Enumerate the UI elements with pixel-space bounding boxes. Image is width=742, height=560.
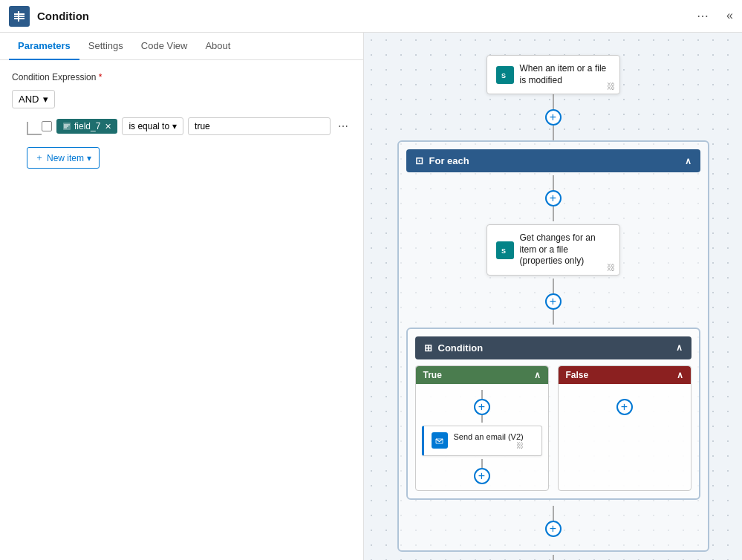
inner-line-4 bbox=[553, 310, 554, 325]
branches: True ∧ + bbox=[415, 365, 691, 491]
row-more-icon[interactable]: ⋯ bbox=[335, 120, 351, 132]
false-branch: False ∧ + bbox=[558, 365, 691, 491]
foreach-header[interactable]: ⊡ For each ∧ bbox=[406, 149, 700, 172]
plus-icon: ＋ bbox=[35, 152, 44, 164]
condition-flow-header[interactable]: ⊞ Condition ∧ bbox=[415, 336, 691, 359]
sharepoint-icon-2: S bbox=[500, 245, 510, 255]
condition-flow-icon: ⊞ bbox=[424, 342, 432, 354]
panel-content: Condition Expression AND ▾ bbox=[0, 60, 363, 180]
email-link-icon: ⛓ bbox=[454, 441, 524, 449]
false-branch-content: + bbox=[559, 384, 691, 430]
final-line bbox=[553, 555, 554, 560]
chevron-down-icon: ▾ bbox=[43, 94, 48, 105]
final-connector: + bbox=[545, 555, 562, 560]
condition-row-wrapper: field_7 ✕ is equal to ▾ ⋯ bbox=[27, 117, 351, 141]
tab-parameters[interactable]: Parameters bbox=[9, 33, 79, 60]
more-icon[interactable]: ⋯ bbox=[697, 9, 710, 23]
flow-canvas: S When an item or a file is modified ⛓ +… bbox=[364, 33, 742, 560]
condition-flow-label: Condition bbox=[438, 342, 484, 354]
foreach-bottom-line bbox=[553, 506, 554, 521]
field-tag: field_7 ✕ bbox=[56, 119, 117, 134]
add-step-false[interactable]: + bbox=[616, 399, 633, 415]
true-label: True bbox=[423, 370, 442, 380]
svg-rect-3 bbox=[18, 11, 19, 22]
get-changes-icon: S bbox=[496, 241, 514, 259]
main-layout: Parameters Settings Code View About Cond… bbox=[0, 33, 742, 560]
trigger-text: When an item or a file is modified bbox=[520, 63, 611, 86]
inner-line-3 bbox=[553, 279, 554, 293]
sharepoint-icon: S bbox=[500, 70, 510, 80]
field-tag-icon bbox=[62, 122, 71, 131]
new-item-wrapper: ＋ New item ▾ bbox=[12, 147, 351, 169]
true-chevron[interactable]: ∧ bbox=[534, 370, 541, 380]
condition-value-input[interactable] bbox=[188, 117, 331, 135]
true-bottom-connector: + bbox=[474, 459, 490, 484]
tab-about[interactable]: About bbox=[196, 33, 239, 60]
inner-connector-1: + bbox=[406, 175, 700, 221]
operator-label: is equal to bbox=[128, 121, 169, 131]
condition-expression-label: Condition Expression bbox=[12, 72, 351, 82]
outlook-icon bbox=[435, 436, 444, 446]
email-text: Send an email (V2) bbox=[454, 432, 524, 441]
header: Condition ⋯ « bbox=[0, 0, 742, 33]
connector-line-v2 bbox=[553, 126, 554, 140]
false-chevron[interactable]: ∧ bbox=[677, 370, 683, 380]
foreach-container: ⊡ For each ∧ + bbox=[397, 140, 709, 552]
foreach-collapse-icon[interactable]: ∧ bbox=[685, 156, 691, 166]
true-branch-header: True ∧ bbox=[416, 366, 548, 384]
trigger-link-icon: ⛓ bbox=[607, 82, 615, 91]
condition-icon bbox=[9, 6, 30, 27]
email-node[interactable]: Send an email (V2) ⛓ bbox=[422, 426, 542, 456]
true-connector: + bbox=[474, 390, 490, 423]
get-changes-text: Get changes for an item or a file (prope… bbox=[520, 232, 611, 267]
trigger-icon: S bbox=[496, 66, 514, 84]
condition-collapse-icon[interactable]: ∧ bbox=[676, 342, 683, 353]
add-step-true-bottom[interactable]: + bbox=[474, 468, 490, 484]
get-changes-link-icon: ⛓ bbox=[607, 263, 615, 272]
true-bottom-line bbox=[481, 459, 483, 468]
inner-connector-2: + bbox=[406, 279, 700, 325]
condition-row-1: field_7 ✕ is equal to ▾ ⋯ bbox=[42, 117, 351, 135]
new-item-button[interactable]: ＋ New item ▾ bbox=[27, 147, 100, 169]
condition-header-left: ⊞ Condition bbox=[424, 342, 484, 354]
condition-checkbox[interactable] bbox=[42, 121, 52, 131]
trigger-node[interactable]: S When an item or a file is modified ⛓ bbox=[486, 55, 620, 94]
add-step-inner-2[interactable]: + bbox=[545, 293, 562, 310]
true-branch-content: + bbox=[416, 384, 548, 490]
tab-bar: Parameters Settings Code View About bbox=[0, 33, 363, 60]
svg-text:S: S bbox=[501, 72, 506, 79]
collapse-icon[interactable]: « bbox=[726, 9, 733, 23]
header-left: Condition bbox=[9, 6, 89, 27]
false-label: False bbox=[566, 370, 589, 380]
operator-select[interactable]: is equal to ▾ bbox=[122, 117, 183, 135]
operator-chevron: ▾ bbox=[172, 121, 177, 131]
svg-text:S: S bbox=[501, 247, 506, 255]
and-label: AND bbox=[19, 94, 39, 105]
true-branch: True ∧ + bbox=[415, 365, 549, 491]
connector-1: + bbox=[545, 94, 562, 140]
get-changes-node[interactable]: S Get changes for an item or a file (pro… bbox=[486, 224, 620, 276]
tab-settings[interactable]: Settings bbox=[79, 33, 132, 60]
add-step-inner-1[interactable]: + bbox=[545, 190, 562, 206]
add-step-true[interactable]: + bbox=[474, 399, 490, 415]
foreach-label: For each bbox=[429, 155, 469, 166]
add-step-foreach-bottom[interactable]: + bbox=[545, 521, 562, 537]
get-changes-wrapper: S Get changes for an item or a file (pro… bbox=[406, 224, 700, 276]
and-dropdown[interactable]: AND ▾ bbox=[12, 90, 55, 108]
foreach-bottom-connector: + bbox=[406, 506, 700, 537]
inner-line-1 bbox=[553, 175, 554, 190]
true-line-2 bbox=[481, 415, 483, 423]
condition-flow-container: ⊞ Condition ∧ True ∧ bbox=[406, 328, 700, 500]
false-branch-header: False ∧ bbox=[559, 366, 691, 384]
new-item-chevron: ▾ bbox=[87, 153, 91, 163]
condition-area: field_7 ✕ is equal to ▾ ⋯ bbox=[27, 117, 351, 141]
header-title: Condition bbox=[37, 10, 89, 22]
email-icon bbox=[432, 432, 448, 449]
true-line-1 bbox=[481, 390, 483, 399]
foreach-header-left: ⊡ For each bbox=[415, 155, 469, 166]
add-step-1[interactable]: + bbox=[545, 109, 562, 126]
field-tag-remove[interactable]: ✕ bbox=[105, 122, 111, 131]
header-actions[interactable]: ⋯ « bbox=[697, 9, 733, 23]
left-panel: Parameters Settings Code View About Cond… bbox=[0, 33, 364, 560]
tab-code-view[interactable]: Code View bbox=[132, 33, 197, 60]
